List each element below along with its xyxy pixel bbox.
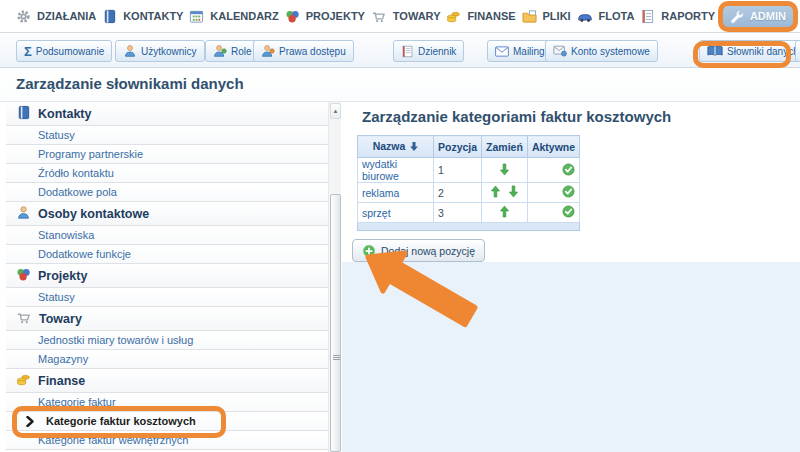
calendar-icon <box>189 9 204 24</box>
active-cell <box>527 158 579 183</box>
tab-konto-systemowe[interactable]: Konto systemowe <box>545 40 658 62</box>
folder-icon <box>522 9 537 24</box>
table-row: wydatki biurowe 1 <box>358 158 580 183</box>
scrollbar-thumb[interactable] <box>330 194 341 452</box>
coins-icon <box>16 372 31 390</box>
plus-circle-icon <box>362 244 376 258</box>
nav-label: PROJEKTY <box>306 10 365 22</box>
report-icon <box>640 9 655 24</box>
table-header-row: Nazwa Pozycja Zamień Aktywne <box>358 136 580 158</box>
item-label: Programy partnerskie <box>38 148 143 160</box>
item-label: Stanowiska <box>38 229 94 241</box>
tab-mailing[interactable]: Mailing <box>487 40 553 62</box>
contacts-book-icon <box>16 105 31 123</box>
tab-podsumowanie[interactable]: Σ Podsumowanie <box>16 40 112 62</box>
page-title-bar: Zarządzanie słownikami danych <box>0 68 800 102</box>
sidebar-section-finanse[interactable]: Finanse <box>6 369 328 393</box>
category-name-link[interactable]: wydatki biurowe <box>358 158 434 183</box>
nav-item-finanse[interactable]: FINANSE <box>446 9 515 24</box>
tab-dziennik[interactable]: Dziennik <box>393 40 464 62</box>
cart-icon <box>16 310 32 328</box>
sidebar-item-zrodlo-kontaktu[interactable]: Źródło kontaktu <box>6 164 328 183</box>
tab-partial-clipped[interactable] <box>795 40 800 62</box>
user-rights-icon <box>261 44 275 58</box>
sidebar-section-osoby-kontaktowe[interactable]: Osoby kontaktowe <box>6 202 328 226</box>
nav-item-dzialania[interactable]: DZIAŁANIA <box>16 9 96 24</box>
item-label: Jednostki miary towarów i usług <box>38 334 193 346</box>
column-header-aktywne[interactable]: Aktywne <box>527 136 579 158</box>
sidebar-item-statusy-kontakty[interactable]: Statusy <box>6 126 328 145</box>
reorder-cell <box>482 203 528 223</box>
active-check-icon[interactable] <box>562 188 575 200</box>
item-label: Kategorie faktur wewnętrznych <box>38 434 188 446</box>
projects-spheres-icon <box>285 9 300 24</box>
column-header-zamien[interactable]: Zamień <box>482 136 528 158</box>
sidebar-section-towary[interactable]: Towary <box>6 307 328 331</box>
tab-label: Podsumowanie <box>36 46 104 57</box>
section-label: Towary <box>39 312 82 326</box>
add-button-label: Dodaj nową pozycję <box>381 245 475 257</box>
sidebar-item-magazyny[interactable]: Magazyny <box>6 350 328 369</box>
add-new-item-button[interactable]: Dodaj nową pozycję <box>352 239 485 262</box>
scrollbar-grip <box>333 355 340 361</box>
nav-item-admin[interactable]: ADMIN <box>721 5 794 28</box>
nav-item-flota[interactable]: FLOTA <box>577 9 635 24</box>
item-label: Dodatkowe funkcje <box>38 248 131 260</box>
tab-slowniki-danych[interactable]: Słowniki danych <box>699 40 800 62</box>
active-check-icon[interactable] <box>562 166 575 178</box>
item-label: Statusy <box>38 129 75 141</box>
column-label: Zamień <box>486 141 523 153</box>
move-up-icon[interactable] <box>490 185 501 200</box>
item-label: Dodatkowe pola <box>38 186 117 198</box>
column-label: Aktywne <box>532 141 575 153</box>
nav-item-kontakty[interactable]: KONTAKTY <box>102 9 183 24</box>
sidebar-item-programy-partnerskie[interactable]: Programy partnerskie <box>6 145 328 164</box>
nav-label: ADMIN <box>750 10 786 22</box>
column-header-nazwa[interactable]: Nazwa <box>358 136 434 158</box>
sort-desc-icon <box>410 141 418 153</box>
column-header-pozycja[interactable]: Pozycja <box>434 136 482 158</box>
sidebar-scrollbar[interactable]: ▲ <box>328 102 341 452</box>
move-down-icon[interactable] <box>499 163 510 178</box>
active-cell <box>527 203 579 223</box>
nav-item-towary[interactable]: TOWARY <box>371 9 441 24</box>
tab-label: Słowniki danych <box>727 46 799 57</box>
item-label: Kategorie faktur kosztowych <box>46 415 196 427</box>
sidebar-item-stanowiska[interactable]: Stanowiska <box>6 226 328 245</box>
tab-label: Mailing <box>513 46 545 57</box>
sidebar-item-jednostki-miary[interactable]: Jednostki miary towarów i usług <box>6 331 328 350</box>
move-up-icon[interactable] <box>499 205 510 220</box>
nav-item-pliki[interactable]: PLIKI <box>522 9 571 24</box>
page-title: Zarządzanie słownikami danych <box>16 75 244 92</box>
category-name-link[interactable]: reklama <box>358 183 434 203</box>
tab-prawa-dostepu[interactable]: Prawa dostępu <box>253 40 354 62</box>
nav-item-raporty[interactable]: RAPORTY <box>640 9 715 24</box>
admin-toolbar: Σ Podsumowanie Użytkownicy Role Prawa do… <box>0 34 800 68</box>
sidebar-item-statusy-projekty[interactable]: Statusy <box>6 288 328 307</box>
sidebar-section-projekty[interactable]: Projekty <box>6 264 328 288</box>
sidebar-item-dodatkowe-funkcje[interactable]: Dodatkowe funkcje <box>6 245 328 264</box>
journal-icon <box>401 45 414 58</box>
category-name-link[interactable]: sprzęt <box>358 203 434 223</box>
item-label: Źródło kontaktu <box>38 167 114 179</box>
tab-label: Dziennik <box>418 46 456 57</box>
person-icon <box>16 205 31 223</box>
sidebar-item-kategorie-faktur-kosztowych[interactable]: Kategorie faktur kosztowych <box>6 412 328 431</box>
tab-role[interactable]: Role <box>205 40 260 62</box>
sidebar-item-kategorie-faktur-wewnetrznych[interactable]: Kategorie faktur wewnętrznych <box>6 431 328 450</box>
scroll-up-arrow[interactable]: ▲ <box>330 103 341 119</box>
nav-item-projekty[interactable]: PROJEKTY <box>285 9 365 24</box>
nav-label: KALENDARZ <box>210 10 278 22</box>
categories-table: Nazwa Pozycja Zamień Aktywne wydatki biu… <box>357 135 580 231</box>
active-check-icon[interactable] <box>562 208 575 220</box>
sidebar-item-dodatkowe-pola[interactable]: Dodatkowe pola <box>6 183 328 202</box>
sidebar-item-kategorie-faktur[interactable]: Kategorie faktur <box>6 393 328 412</box>
nav-item-kalendarz[interactable]: KALENDARZ <box>189 9 278 24</box>
sidebar-section-kontakty[interactable]: Kontakty <box>6 102 328 126</box>
user-role-icon <box>213 44 227 58</box>
nav-label: KONTAKTY <box>123 10 183 22</box>
move-down-icon[interactable] <box>508 185 519 200</box>
nav-label: FLOTA <box>599 10 635 22</box>
tab-uzytkownicy[interactable]: Użytkownicy <box>115 40 205 62</box>
tab-label: Konto systemowe <box>571 46 650 57</box>
